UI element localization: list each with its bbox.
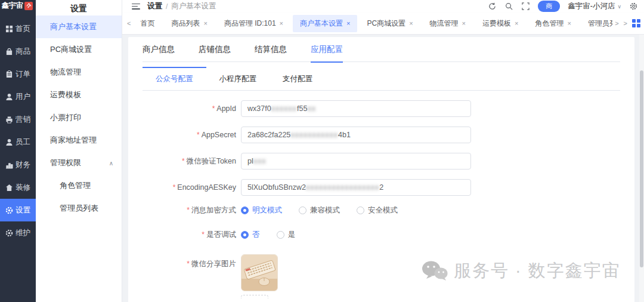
refresh-icon[interactable] [488,2,497,11]
close-icon[interactable]: × [346,20,350,27]
chevron-up-icon[interactable]: ∧ [109,160,113,167]
submenu-item-pc-mall[interactable]: PC商城设置 [36,38,122,61]
app-window: 鑫宇宙 首页 商品 订单 用户 营销 [0,0,644,302]
submenu-item-label: 商家地址管理 [50,135,97,146]
fullscreen-icon[interactable] [521,2,530,11]
subtab-label: 公众号配置 [156,75,193,83]
secondary-sidebar: 设置 商户基本设置 PC商城设置 物流管理 运费模板 小票打印 商家地址管理 管… [36,0,122,302]
appid-value: f55 [297,104,307,113]
sidebar-item-marketing[interactable]: 营销 [0,108,36,131]
tab-pc-mall-settings[interactable]: PC商城设置× [360,15,420,32]
chevron-down-icon: ∨ [617,4,621,10]
home-icon [5,184,13,192]
submenu-item-label: 物流管理 [50,67,81,78]
merchant-badge[interactable]: 商 [538,1,560,12]
required-asterisk: * [187,260,190,268]
tab-label: 角色管理 [535,19,564,29]
opened-tabs-bar: < 首页 商品列表× 商品管理 ID:101× 商户基本设置× PC商城设置× … [122,13,644,35]
radio-icon [241,231,249,239]
store-name: 鑫宇宙-小河店 [568,1,615,11]
radio-icon [277,231,284,239]
breadcrumb-root[interactable]: 设置 [147,1,162,11]
content-area: 商户信息 店铺信息 结算信息 应用配置 公众号配置 小程序配置 支付配置 *Ap… [122,35,644,302]
scrollbar-thumb[interactable] [640,70,643,267]
tab-actions-grid-icon[interactable] [632,19,640,27]
store-switcher[interactable]: 鑫宇宙-小河店 ∨ [568,1,621,11]
share-image-thumbnail[interactable] [241,254,278,291]
close-icon[interactable]: × [203,20,207,27]
tab-label: 管理员列表 [588,19,612,29]
appid-masked-segment: xxxxxx [271,104,298,113]
tab-logistics[interactable]: 物流管理× [423,15,473,32]
tab-merchant-info[interactable]: 商户信息 [143,37,175,62]
subtab-official-account-config[interactable]: 公众号配置 [143,67,206,90]
tab-admin-list[interactable]: 管理员列表 [581,15,612,32]
logo[interactable]: 鑫宇宙 [0,0,36,11]
sidebar-item-settings[interactable]: 设置 [0,199,36,221]
tab-shop-info[interactable]: 店铺信息 [199,37,231,62]
sidebar-item-label: 员工 [16,137,30,147]
sidebar-item-maintenance[interactable]: 维护 [0,221,36,244]
sidebar-item-decorate[interactable]: 装修 [0,176,36,199]
appsecret-masked-segment: xxxxxxxxxxx [290,131,338,139]
aeskey-value: 5lXuObfuSBnzw2 [247,183,306,192]
close-icon[interactable]: × [567,20,571,27]
tab-label: 首页 [140,19,154,29]
sidebar-item-home[interactable]: 首页 [0,17,36,40]
radio-debug-yes[interactable]: 是 [277,230,296,240]
submenu-group-admin-permission[interactable]: 管理权限 ∧ [36,152,122,174]
sidebar-item-products[interactable]: 商品 [0,40,36,63]
tab-freight-template[interactable]: 运费模板× [475,15,525,32]
sidebar-item-staff[interactable]: 员工 [0,131,36,153]
tab-product-manage[interactable]: 商品管理 ID:101× [217,15,290,32]
encoding-aeskey-input[interactable]: 5lXuObfuSBnzw2xxxxxxxxxxxxxxxxx2 [241,179,471,196]
radio-label: 明文模式 [252,205,282,215]
sidebar-item-finance[interactable]: 财务 [0,153,36,176]
submenu-item-receipt-print[interactable]: 小票打印 [36,106,122,129]
close-icon[interactable]: × [409,20,413,27]
scrollbar-track[interactable] [639,35,644,302]
appsecret-input[interactable]: 2a68c2fa225xxxxxxxxxxx4b1 [241,127,471,143]
wechat-token-input[interactable]: plxxx [241,153,471,170]
submenu-item-merchant-basic[interactable]: 商户基本设置 [36,16,122,38]
submenu-item-merchant-address[interactable]: 商家地址管理 [36,129,122,152]
appsecret-value: 2a68c2fa225 [247,131,290,139]
subtab-miniprogram-config[interactable]: 小程序配置 [206,67,270,90]
settings-gear-icon[interactable] [629,2,638,11]
search-icon[interactable] [504,2,513,11]
close-icon[interactable]: × [515,20,518,27]
radio-plaintext-mode[interactable]: 明文模式 [241,205,282,215]
tabs-scroll-right-icon[interactable]: > [621,20,630,27]
sidebar-item-users[interactable]: 用户 [0,85,36,108]
submenu-item-admin-list[interactable]: 管理员列表 [36,197,122,220]
radio-secure-mode[interactable]: 安全模式 [357,205,398,215]
submenu-item-role-management[interactable]: 角色管理 [36,174,122,197]
tabs-overflow-icon[interactable]: > [612,20,621,27]
submenu-item-label: 管理权限 [50,158,81,168]
tab-home[interactable]: 首页 [133,15,162,32]
submenu-item-freight[interactable]: 运费模板 [36,84,122,106]
required-asterisk: * [202,230,205,239]
token-value: pl [247,157,253,165]
page-tab-label: 结算信息 [255,44,287,55]
tab-product-list[interactable]: 商品列表× [164,15,214,32]
radio-compatible-mode[interactable]: 兼容模式 [299,205,340,215]
upload-box-partial[interactable] [241,295,268,298]
tabs-scroll-left-icon[interactable]: < [125,20,133,27]
tab-role-management[interactable]: 角色管理× [528,15,578,32]
sidebar-item-orders[interactable]: 订单 [0,63,36,85]
subtab-payment-config[interactable]: 支付配置 [270,67,326,90]
appid-input[interactable]: wx37f0xxxxxxf55xx [241,100,471,117]
radio-debug-no[interactable]: 否 [241,230,260,240]
close-icon[interactable]: × [280,20,283,27]
logo-text: 鑫宇宙 [2,1,23,11]
submenu-item-logistics[interactable]: 物流管理 [36,61,122,84]
close-icon[interactable]: × [462,20,466,27]
sidebar-item-label: 维护 [16,228,30,238]
radio-label: 是 [288,230,296,240]
encoding-aeskey-label: *EncodingAESKey [143,183,236,192]
tab-settlement-info[interactable]: 结算信息 [255,37,287,62]
tab-merchant-basic-settings[interactable]: 商户基本设置× [293,15,357,32]
tab-app-config[interactable]: 应用配置 [311,37,343,62]
collapse-menu-icon[interactable] [132,4,140,10]
